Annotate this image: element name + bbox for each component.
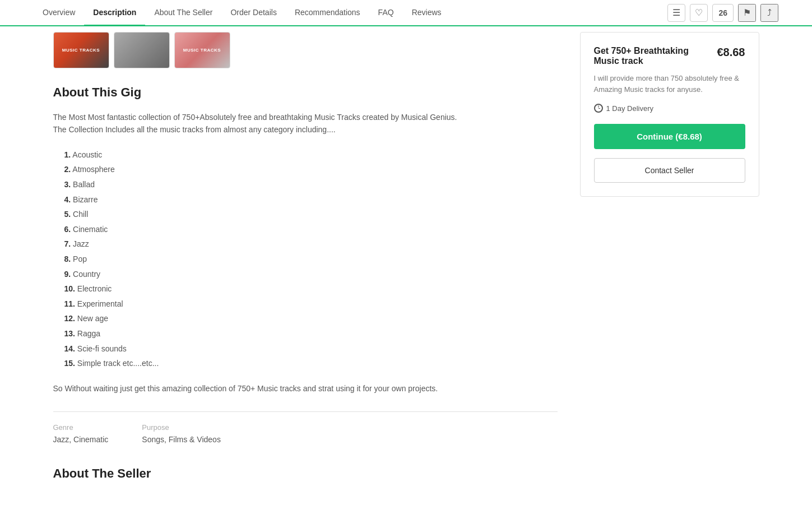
list-item: 12. New age [64, 311, 558, 326]
tab-order-details[interactable]: Order Details [221, 0, 285, 26]
list-item: 4. Bizarre [64, 192, 558, 207]
purpose-label: Purpose [142, 423, 221, 432]
thumb-1-label: MUSIC TRACKS [60, 45, 102, 55]
item-label: Cinematic [73, 225, 108, 234]
gig-description: The Most Most fantastic collection of 75… [53, 111, 558, 136]
thumb-2-label [140, 48, 144, 53]
delivery-row: 1 Day Delivery [594, 104, 745, 113]
list-item: 13. Ragga [64, 326, 558, 341]
card-header: Get 750+ Breathtaking Music track €8.68 [594, 46, 745, 66]
sidebar: Get 750+ Breathtaking Music track €8.68 … [580, 26, 759, 487]
item-label: Electronic [77, 284, 112, 293]
tab-description[interactable]: Description [84, 0, 145, 26]
list-item: 2. Atmosphere [64, 162, 558, 177]
tab-recommendations[interactable]: Recommendations [286, 0, 369, 26]
flag-button[interactable]: ⚑ [738, 4, 756, 22]
thumbnail-2[interactable] [114, 32, 170, 68]
item-label: Atmosphere [72, 165, 114, 174]
clock-icon [594, 104, 603, 113]
delivery-label: 1 Day Delivery [606, 104, 654, 113]
list-item: 1. Acoustic [64, 147, 558, 163]
item-num: 8. [64, 254, 71, 263]
section-divider [53, 411, 558, 412]
about-seller-title: About The Seller [53, 466, 558, 481]
thumbnail-strip: MUSIC TRACKS MUSIC TRACKS [53, 32, 558, 68]
list-item: 11. Experimental [64, 297, 558, 312]
list-item: 15. Simple track etc....etc... [64, 356, 558, 371]
purchase-card: Get 750+ Breathtaking Music track €8.68 … [580, 32, 759, 197]
tab-overview[interactable]: Overview [34, 0, 84, 26]
track-list: 1. Acoustic 2. Atmosphere 3. Ballad 4. B… [64, 147, 558, 371]
item-label: Experimental [77, 299, 123, 308]
hamburger-button[interactable]: ☰ [667, 4, 685, 22]
genre-value: Jazz, Cinematic [53, 435, 109, 444]
list-item: 3. Ballad [64, 177, 558, 192]
card-title: Get 750+ Breathtaking Music track [594, 46, 706, 66]
thumbnail-3[interactable]: MUSIC TRACKS [174, 32, 230, 68]
thumb-3-label: MUSIC TRACKS [181, 45, 223, 55]
list-item: 10. Electronic [64, 281, 558, 297]
counter-value: 26 [718, 8, 727, 17]
purpose-section: Purpose Songs, Films & Videos [142, 423, 221, 444]
tab-faq[interactable]: FAQ [369, 0, 403, 26]
list-item: 7. Jazz [64, 237, 558, 252]
card-price: €8.68 [717, 46, 745, 59]
desc-line-1: The Most Most fantastic collection of 75… [53, 111, 558, 123]
tab-reviews[interactable]: Reviews [403, 0, 451, 26]
genre-label: Genre [53, 423, 109, 432]
share-button[interactable]: ⤴ [760, 4, 778, 22]
about-gig-title: About This Gig [53, 85, 558, 100]
item-num: 4. [64, 195, 71, 204]
item-label: New age [77, 314, 108, 323]
gig-footer-text: So Without waiting just get this amazing… [53, 382, 558, 395]
item-label: Country [73, 270, 100, 279]
item-num: 7. [64, 239, 71, 248]
heart-icon: ♡ [695, 7, 703, 18]
item-num: 13. [64, 329, 75, 338]
item-label: Chill [73, 210, 88, 219]
item-label: Acoustic [72, 150, 102, 159]
item-num: 9. [64, 270, 71, 279]
list-item: 14. Scie-fi sounds [64, 341, 558, 356]
item-label: Pop [73, 254, 87, 263]
top-nav: Overview Description About The Seller Or… [0, 0, 812, 26]
genre-section: Genre Jazz, Cinematic [53, 423, 109, 444]
share-icon: ⤴ [767, 8, 772, 18]
continue-button[interactable]: Continue (€8.68) [594, 124, 745, 149]
item-label: Bizarre [73, 195, 98, 204]
counter-display: 26 [712, 4, 734, 22]
desc-line-2: The Collection Includes all the music tr… [53, 123, 558, 136]
item-label: Ballad [73, 180, 95, 189]
meta-section: Genre Jazz, Cinematic Purpose Songs, Fil… [53, 423, 558, 444]
item-num: 15. [64, 359, 75, 368]
item-num: 6. [64, 225, 71, 234]
item-num: 10. [64, 284, 75, 293]
item-num: 14. [64, 344, 75, 353]
main-content: MUSIC TRACKS MUSIC TRACKS About This Gig… [53, 26, 558, 487]
item-num: 5. [64, 210, 71, 219]
item-label: Ragga [77, 329, 100, 338]
item-label: Scie-fi sounds [77, 344, 127, 353]
list-item: 6. Cinematic [64, 222, 558, 237]
item-num: 11. [64, 299, 75, 308]
nav-actions: ☰ ♡ 26 ⚑ ⤴ [667, 4, 778, 22]
item-label: Simple track etc....etc... [77, 359, 159, 368]
item-label: Jazz [73, 239, 89, 248]
purpose-value: Songs, Films & Videos [142, 435, 221, 444]
page-layout: MUSIC TRACKS MUSIC TRACKS About This Gig… [20, 26, 793, 487]
item-num: 2. [64, 165, 71, 174]
flag-icon: ⚑ [743, 7, 751, 18]
tab-about-seller[interactable]: About The Seller [145, 0, 221, 26]
card-description: I will provide more than 750 absolutely … [594, 73, 745, 95]
list-item: 5. Chill [64, 207, 558, 222]
list-item: 9. Country [64, 267, 558, 282]
hamburger-icon: ☰ [672, 7, 680, 18]
item-num: 12. [64, 314, 75, 323]
item-num: 3. [64, 180, 71, 189]
wishlist-button[interactable]: ♡ [690, 4, 708, 22]
contact-seller-button[interactable]: Contact Seller [594, 158, 745, 183]
list-item: 8. Pop [64, 252, 558, 267]
item-num: 1. [64, 150, 71, 159]
thumbnail-1[interactable]: MUSIC TRACKS [53, 32, 109, 68]
